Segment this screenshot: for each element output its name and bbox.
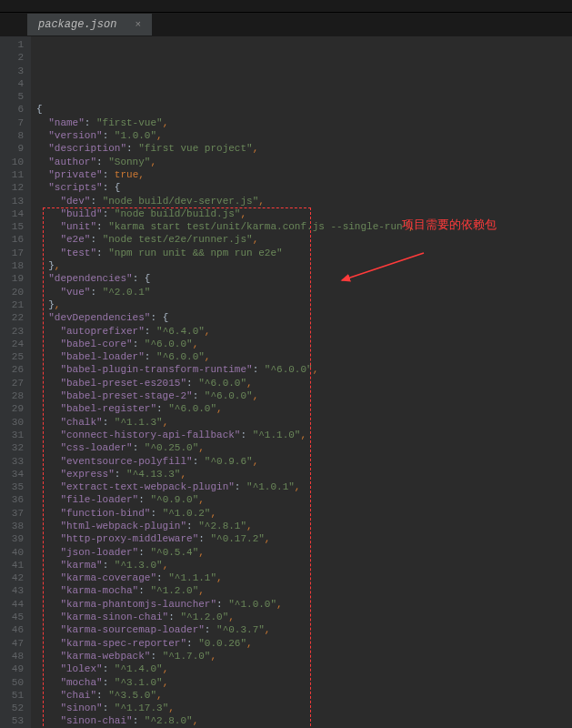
line-number: 26 xyxy=(4,363,24,376)
code-line[interactable]: "devDependencies": { xyxy=(36,311,572,324)
code-line[interactable]: { xyxy=(36,103,572,116)
line-number: 40 xyxy=(4,546,24,559)
line-number: 34 xyxy=(4,468,24,480)
code-line[interactable]: "dependencies": { xyxy=(36,272,572,285)
code-line[interactable]: }, xyxy=(36,298,572,311)
code-line[interactable]: "babel-register": "^6.0.0", xyxy=(36,402,572,415)
line-number: 11 xyxy=(4,168,24,181)
line-number: 6 xyxy=(4,103,24,116)
line-number: 28 xyxy=(4,389,24,402)
code-line[interactable]: "eventsource-polyfill": "^0.9.6", xyxy=(36,455,572,468)
code-line[interactable]: "author": "Sonny", xyxy=(36,156,572,168)
code-line[interactable]: "json-loader": "^0.5.4", xyxy=(36,546,572,559)
line-number: 13 xyxy=(4,195,24,207)
line-number: 3 xyxy=(4,65,24,77)
code-line[interactable]: "babel-loader": "^6.0.0", xyxy=(36,350,572,363)
code-line[interactable]: "autoprefixer": "^6.4.0", xyxy=(36,325,572,338)
line-number: 8 xyxy=(4,129,24,142)
tab-bar: package.json × xyxy=(0,13,572,36)
tab-package-json[interactable]: package.json × xyxy=(27,14,152,35)
line-number: 9 xyxy=(4,142,24,155)
line-number: 52 xyxy=(4,702,24,714)
code-line[interactable]: "karma-sinon-chai": "^1.2.0", xyxy=(36,611,572,623)
line-number-gutter: 1234567891011121314151617181920212223242… xyxy=(0,36,31,728)
line-number: 41 xyxy=(4,559,24,571)
code-line[interactable]: "mocha": "^3.1.0", xyxy=(36,676,572,689)
code-area[interactable]: 项目需要的依赖包 { "name": "first-vue", "version… xyxy=(31,36,572,728)
code-line[interactable]: "file-loader": "^0.9.0", xyxy=(36,493,572,506)
line-number: 20 xyxy=(4,286,24,298)
line-number: 36 xyxy=(4,493,24,506)
code-line[interactable]: "karma-phantomjs-launcher": "^1.0.0", xyxy=(36,598,572,611)
code-line[interactable]: }, xyxy=(36,259,572,272)
code-line[interactable]: "karma-mocha": "^1.2.0", xyxy=(36,584,572,597)
code-line[interactable]: "express": "^4.13.3", xyxy=(36,468,572,480)
line-number: 48 xyxy=(4,650,24,662)
line-number: 16 xyxy=(4,233,24,246)
line-number: 45 xyxy=(4,611,24,623)
annotation-text: 项目需要的依赖包 xyxy=(402,218,497,231)
line-number: 17 xyxy=(4,247,24,259)
code-line[interactable]: "babel-plugin-transform-runtime": "^6.0.… xyxy=(36,363,572,376)
line-number: 24 xyxy=(4,338,24,350)
code-line[interactable]: "sinon": "^1.17.3", xyxy=(36,702,572,714)
window-titlebar xyxy=(0,0,572,13)
line-number: 1 xyxy=(4,38,24,51)
code-line[interactable]: "connect-history-api-fallback": "^1.1.0"… xyxy=(36,429,572,441)
code-line[interactable]: "description": "first vue project", xyxy=(36,142,572,155)
line-number: 29 xyxy=(4,402,24,415)
code-line[interactable]: "lolex": "^1.4.0", xyxy=(36,662,572,675)
line-number: 47 xyxy=(4,637,24,650)
line-number: 30 xyxy=(4,416,24,429)
code-line[interactable]: "chai": "^3.5.0", xyxy=(36,689,572,702)
code-line[interactable]: "sinon-chai": "^2.8.0", xyxy=(36,714,572,727)
code-line[interactable]: "karma-webpack": "^1.7.0", xyxy=(36,650,572,662)
code-line[interactable]: "name": "first-vue", xyxy=(36,116,572,129)
line-number: 18 xyxy=(4,259,24,272)
code-line[interactable]: "e2e": "node test/e2e/runner.js", xyxy=(36,233,572,246)
line-number: 19 xyxy=(4,272,24,285)
line-number: 39 xyxy=(4,532,24,545)
line-number: 33 xyxy=(4,455,24,468)
line-number: 23 xyxy=(4,325,24,338)
line-number: 21 xyxy=(4,298,24,311)
code-line[interactable]: "http-proxy-middleware": "^0.17.2", xyxy=(36,532,572,545)
line-number: 12 xyxy=(4,181,24,194)
line-number: 27 xyxy=(4,377,24,389)
code-line[interactable]: "version": "1.0.0", xyxy=(36,129,572,142)
line-number: 32 xyxy=(4,441,24,454)
line-number: 22 xyxy=(4,311,24,324)
editor: 1234567891011121314151617181920212223242… xyxy=(0,36,572,728)
line-number: 2 xyxy=(4,51,24,64)
code-line[interactable]: "function-bind": "^1.0.2", xyxy=(36,507,572,520)
code-line[interactable]: "babel-preset-es2015": "^6.0.0", xyxy=(36,377,572,389)
line-number: 42 xyxy=(4,571,24,584)
close-icon[interactable]: × xyxy=(135,19,141,30)
line-number: 37 xyxy=(4,507,24,520)
code-line[interactable]: "karma": "^1.3.0", xyxy=(36,559,572,571)
code-line[interactable]: "karma-sourcemap-loader": "^0.3.7", xyxy=(36,623,572,636)
code-line[interactable]: "extract-text-webpack-plugin": "^1.0.1", xyxy=(36,480,572,493)
code-line[interactable]: "scripts": { xyxy=(36,181,572,194)
code-line[interactable]: "dev": "node build/dev-server.js", xyxy=(36,195,572,207)
code-line[interactable]: "chalk": "^1.1.3", xyxy=(36,416,572,429)
line-number: 10 xyxy=(4,156,24,168)
code-line[interactable]: "karma-coverage": "^1.1.1", xyxy=(36,571,572,584)
code-line[interactable]: "babel-preset-stage-2": "^6.0.0", xyxy=(36,389,572,402)
code-line[interactable]: "test": "npm run unit && npm run e2e" xyxy=(36,247,572,259)
line-number: 50 xyxy=(4,676,24,689)
code-line[interactable]: "karma-spec-reporter": "0.0.26", xyxy=(36,637,572,650)
code-line[interactable]: "private": true, xyxy=(36,168,572,181)
code-line[interactable]: "css-loader": "^0.25.0", xyxy=(36,441,572,454)
code-line[interactable]: "html-webpack-plugin": "^2.8.1", xyxy=(36,520,572,532)
line-number: 38 xyxy=(4,520,24,532)
line-number: 15 xyxy=(4,220,24,233)
code-line[interactable]: "babel-core": "^6.0.0", xyxy=(36,338,572,350)
line-number: 14 xyxy=(4,207,24,220)
tab-title: package.json xyxy=(38,18,116,31)
line-number: 5 xyxy=(4,90,24,103)
line-number: 46 xyxy=(4,623,24,636)
line-number: 53 xyxy=(4,714,24,727)
line-number: 44 xyxy=(4,598,24,611)
code-line[interactable]: "vue": "^2.0.1" xyxy=(36,286,572,298)
